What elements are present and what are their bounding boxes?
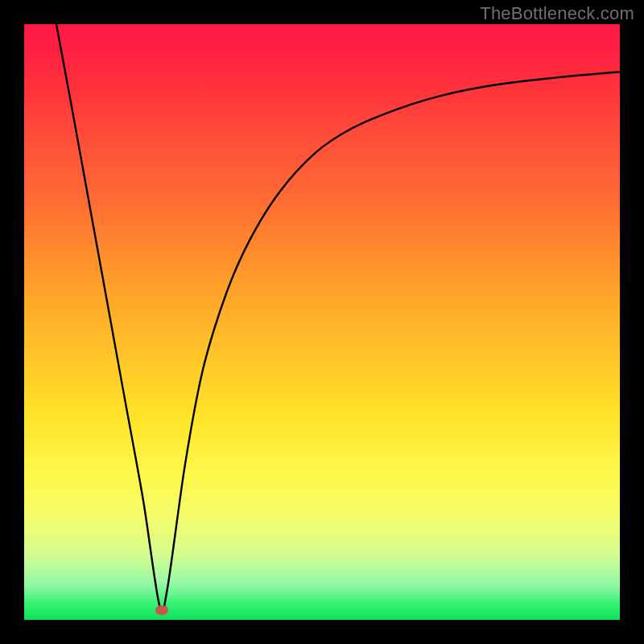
bottleneck-curve-svg — [24, 24, 620, 620]
chart-frame: TheBottleneck.com — [0, 0, 644, 644]
watermark-label: TheBottleneck.com — [480, 3, 634, 24]
sweet-spot-marker — [155, 605, 168, 615]
bottleneck-curve-path — [56, 24, 620, 613]
